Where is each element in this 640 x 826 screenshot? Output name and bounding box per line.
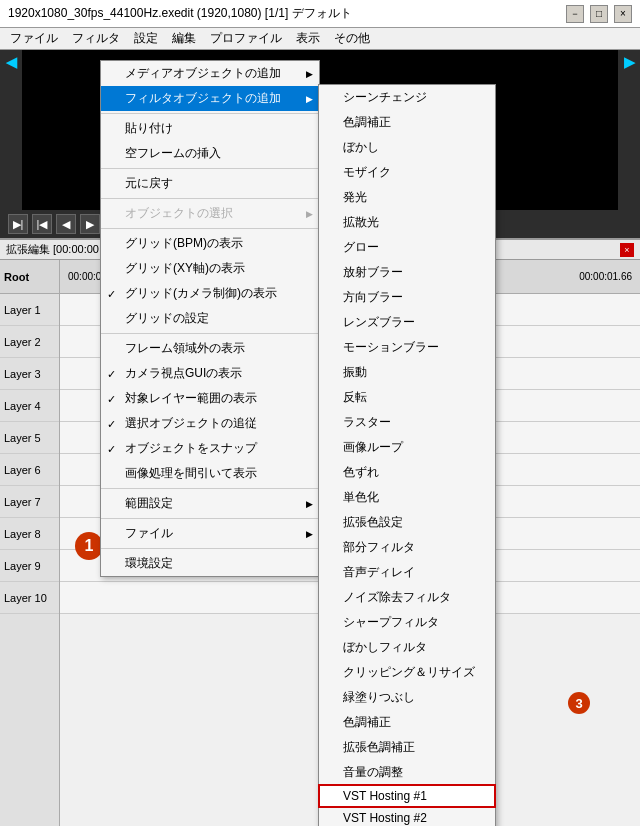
menu-item-paste[interactable]: 貼り付け [101,116,319,141]
filter-submenu-item[interactable]: 緑塗りつぶし [319,685,495,710]
menu-item-grid-settings[interactable]: グリッドの設定 [101,306,319,331]
menu-item-label: 環境設定 [125,556,173,570]
menu-item-label: フレーム領域外の表示 [125,341,245,355]
filter-submenu-item[interactable]: レンズブラー [319,310,495,335]
menu-item-編集[interactable]: 編集 [166,28,202,49]
menu-item-follow-selected[interactable]: ✓選択オブジェクトの追従 [101,411,319,436]
filter-submenu-item[interactable]: VST Hosting #2 [319,807,495,826]
video-nav-right[interactable]: ▶ [618,50,640,210]
filter-submenu-item[interactable]: シーンチェンジ [319,85,495,110]
step-back-button[interactable]: ◀ [56,214,76,234]
filter-submenu-item[interactable]: ノイズ除去フィルタ [319,585,495,610]
menu-bar: ファイルフィルタ設定編集プロファイル表示その他 [0,28,640,50]
menu-item-grid-xy[interactable]: グリッド(XY軸)の表示 [101,256,319,281]
filter-submenu-item[interactable]: 反転 [319,385,495,410]
menu-item-revert[interactable]: 元に戻す [101,171,319,196]
menu-item-grid-camera[interactable]: ✓グリッド(カメラ制御)の表示 [101,281,319,306]
maximize-button[interactable]: □ [590,5,608,23]
play-to-start-button[interactable]: ▶| [8,214,28,234]
go-to-start-button[interactable]: |◀ [32,214,52,234]
layer-label: Layer 5 [0,422,59,454]
checkmark-icon: ✓ [107,442,116,455]
filter-submenu-item[interactable]: 音声ディレイ [319,560,495,585]
layer-label: Layer 4 [0,390,59,422]
menu-item-reduce-drawing[interactable]: 画像処理を間引いて表示 [101,461,319,486]
layer-label: Layer 9 [0,550,59,582]
filter-submenu: シーンチェンジ色調補正ぼかしモザイク発光拡散光グロー放射ブラー方向ブラーレンズブ… [318,84,496,826]
filter-submenu-item[interactable]: 拡張色設定 [319,510,495,535]
menu-separator [101,333,319,334]
menu-item-env-settings[interactable]: 環境設定 [101,551,319,576]
menu-item-label: 選択オブジェクトの追従 [125,416,257,430]
layer-label: Layer 6 [0,454,59,486]
filter-submenu-item[interactable]: VST Hosting #1 [319,785,495,807]
filter-submenu-item[interactable]: 画像ループ [319,435,495,460]
menu-item-grid-bpm[interactable]: グリッド(BPM)の表示 [101,231,319,256]
menu-item-ファイル[interactable]: ファイル [4,28,64,49]
filter-submenu-item[interactable]: グロー [319,235,495,260]
menu-item-snap[interactable]: ✓オブジェクトをスナップ [101,436,319,461]
root-label: Root [4,271,29,283]
time-end: 00:00:01.66 [579,271,632,282]
badge-3: 3 [568,692,590,714]
menu-item-label: オブジェクトをスナップ [125,441,257,455]
menu-separator [101,168,319,169]
layer-header: Root [0,260,59,294]
menu-item-表示[interactable]: 表示 [290,28,326,49]
badge-1: 1 [75,532,103,560]
menu-item-media-add[interactable]: メディアオブジェクトの追加 [101,61,319,86]
menu-separator [101,198,319,199]
menu-item-プロファイル[interactable]: プロファイル [204,28,288,49]
filter-submenu-item[interactable]: モーションブラー [319,335,495,360]
menu-item-camera-viewpoint[interactable]: ✓カメラ視点GUIの表示 [101,361,319,386]
step-forward-button[interactable]: ▶ [80,214,100,234]
filter-submenu-item[interactable]: 発光 [319,185,495,210]
minimize-button[interactable]: － [566,5,584,23]
menu-item-label: ファイル [125,526,173,540]
filter-submenu-item[interactable]: モザイク [319,160,495,185]
filter-submenu-item[interactable]: 拡散光 [319,210,495,235]
menu-item-label: フィルタオブジェクトの追加 [125,91,281,105]
filter-submenu-item[interactable]: クリッピング＆リサイズ [319,660,495,685]
filter-submenu-item[interactable]: 方向ブラー [319,285,495,310]
menu-item-file[interactable]: ファイル [101,521,319,546]
filter-submenu-item[interactable]: シャープフィルタ [319,610,495,635]
menu-item-empty-frame[interactable]: 空フレームの挿入 [101,141,319,166]
layer-label: Layer 7 [0,486,59,518]
filter-submenu-item[interactable]: ラスター [319,410,495,435]
checkmark-icon: ✓ [107,367,116,380]
layer-label: Layer 10 [0,582,59,614]
menu-item-range-settings[interactable]: 範囲設定 [101,491,319,516]
menu-item-label: オブジェクトの選択 [125,206,233,220]
layer-label: Layer 1 [0,294,59,326]
menu-item-フィルタ[interactable]: フィルタ [66,28,126,49]
editor-close-button[interactable]: × [620,243,634,257]
layer-label: Layer 2 [0,326,59,358]
filter-submenu-item[interactable]: 放射ブラー [319,260,495,285]
menu-item-label: 空フレームの挿入 [125,146,221,160]
filter-submenu-item[interactable]: 色ずれ [319,460,495,485]
filter-submenu-item[interactable]: 部分フィルタ [319,535,495,560]
filter-submenu-item[interactable]: 単色化 [319,485,495,510]
filter-submenu-item[interactable]: 拡張色調補正 [319,735,495,760]
menu-item-label: メディアオブジェクトの追加 [125,66,281,80]
menu-item-label: 範囲設定 [125,496,173,510]
menu-item-filter-add[interactable]: フィルタオブジェクトの追加 [101,86,319,111]
menu-separator [101,113,319,114]
context-menu-overlay: メディアオブジェクトの追加フィルタオブジェクトの追加貼り付け空フレームの挿入元に… [100,60,320,577]
menu-item-その他[interactable]: その他 [328,28,376,49]
filter-submenu-item[interactable]: ぼかし [319,135,495,160]
menu-item-設定[interactable]: 設定 [128,28,164,49]
menu-item-frame-outside[interactable]: フレーム領域外の表示 [101,336,319,361]
filter-submenu-item[interactable]: 色調補正 [319,710,495,735]
filter-submenu-item[interactable]: 音量の調整 [319,760,495,785]
close-window-button[interactable]: × [614,5,632,23]
filter-submenu-item[interactable]: 色調補正 [319,110,495,135]
menu-item-label: グリッド(BPM)の表示 [125,236,243,250]
filter-submenu-item[interactable]: 振動 [319,360,495,385]
filter-submenu-item[interactable]: ぼかしフィルタ [319,635,495,660]
checkmark-icon: ✓ [107,417,116,430]
video-nav-left[interactable]: ◀ [0,50,22,210]
menu-item-label: 元に戻す [125,176,173,190]
menu-item-target-layer[interactable]: ✓対象レイヤー範囲の表示 [101,386,319,411]
